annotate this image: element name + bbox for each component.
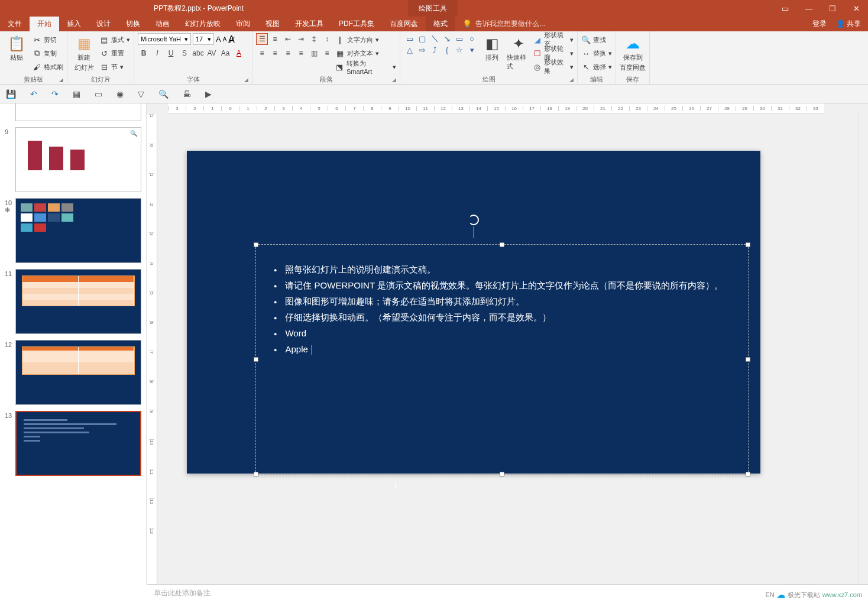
shape-star-icon[interactable]: ☆ <box>454 44 465 55</box>
tab-insert[interactable]: 插入 <box>59 17 89 31</box>
line-spacing-button[interactable]: ‡ <box>308 33 320 45</box>
resize-handle-w[interactable] <box>254 357 258 362</box>
find-button[interactable]: 🔍查找 <box>581 33 612 46</box>
shape-arrow-icon[interactable]: ↘ <box>441 33 453 44</box>
resize-handle-s[interactable] <box>500 472 504 476</box>
tell-me-search[interactable]: 💡 告诉我您想要做什么... <box>462 19 545 29</box>
shape-rect2-icon[interactable]: ▭ <box>454 33 465 44</box>
paste-button[interactable]: 📋 粘贴 <box>4 33 30 62</box>
tab-view[interactable]: 视图 <box>258 17 287 31</box>
shape-triangle-icon[interactable]: △ <box>404 44 416 55</box>
clear-formatting-icon[interactable]: A̷ <box>228 34 235 45</box>
tab-pdf[interactable]: PDF工具集 <box>331 17 382 31</box>
resize-handle-n[interactable] <box>500 242 504 247</box>
new-slide-button[interactable]: ▦ 新建 幻灯片 <box>71 33 97 72</box>
save-icon[interactable]: 💾 <box>6 89 16 99</box>
resize-handle-se[interactable] <box>746 472 750 476</box>
qat-icon-5[interactable]: 🔍 <box>158 89 169 99</box>
layout-button[interactable]: ▤版式 ▾ <box>99 33 130 46</box>
slide-thumbnail-10[interactable] <box>15 198 141 263</box>
notes-pane[interactable]: 单击此处添加备注 <box>147 584 868 603</box>
bullet-item[interactable]: Word <box>274 325 730 341</box>
cut-button[interactable]: ✂剪切 <box>32 33 63 46</box>
slide-thumbnail-12[interactable] <box>15 340 141 405</box>
sort-icon[interactable]: ↕ <box>321 33 333 45</box>
save-to-baidu-button[interactable]: ☁ 保存到 百度网盘 <box>620 33 646 72</box>
tab-design[interactable]: 设计 <box>89 17 118 31</box>
text-direction-button[interactable]: ‖文字方向 ▾ <box>335 33 396 46</box>
strikethrough-button[interactable]: S <box>179 47 190 59</box>
resize-handle-ne[interactable] <box>746 242 750 247</box>
replace-button[interactable]: ↔替换 ▾ <box>581 47 612 60</box>
font-color-button[interactable]: A <box>233 47 245 59</box>
decrease-indent-button[interactable]: ⇤ <box>282 33 294 45</box>
distributed-button[interactable]: ≡ <box>321 47 333 59</box>
section-button[interactable]: ⊟节 ▾ <box>99 60 130 73</box>
columns-button[interactable]: ▥ <box>308 47 320 59</box>
current-slide[interactable]: 照每张幻灯片上的说明创建演示文稿。 请记住 POWERPOINT 是演示文稿的视… <box>187 151 760 474</box>
copy-button[interactable]: ⧉复制 <box>32 47 63 60</box>
horizontal-ruler[interactable]: 3210 1234 5678 9101112 13141516 17181920… <box>168 103 824 114</box>
increase-indent-button[interactable]: ⇥ <box>295 33 307 45</box>
bullet-item[interactable]: 请记住 POWERPOINT 是演示文稿的视觉效果。每张幻灯片上的文字仅作为论点… <box>274 277 730 293</box>
align-center-button[interactable]: ≡ <box>269 47 281 59</box>
tab-animations[interactable]: 动画 <box>148 17 177 31</box>
maximize-button[interactable]: ☐ <box>821 0 844 17</box>
bullets-button[interactable]: ☰ <box>256 33 268 45</box>
undo-icon[interactable]: ↶ <box>30 89 37 99</box>
shape-arrow2-icon[interactable]: ⇨ <box>416 44 428 55</box>
shape-line-icon[interactable]: ＼ <box>429 33 441 44</box>
paragraph-dialog-launcher[interactable]: ◢ <box>392 76 396 84</box>
tab-file[interactable]: 文件 <box>0 17 30 31</box>
shape-brace-icon[interactable]: { <box>441 44 453 55</box>
minimize-button[interactable]: — <box>797 0 821 17</box>
content-textbox[interactable]: 照每张幻灯片上的说明创建演示文稿。 请记住 POWERPOINT 是演示文稿的视… <box>255 244 749 475</box>
close-button[interactable]: ✕ <box>844 0 868 17</box>
tab-home[interactable]: 开始 <box>30 17 59 31</box>
format-painter-button[interactable]: 🖌格式刷 <box>32 60 63 73</box>
qat-icon-6[interactable]: 🖶 <box>183 89 191 99</box>
drawing-dialog-launcher[interactable]: ◢ <box>569 76 574 84</box>
align-left-button[interactable]: ≡ <box>256 47 268 59</box>
vertical-ruler[interactable]: 1012 3456 78910 111213 <box>147 114 157 584</box>
increase-font-icon[interactable]: A <box>216 35 221 44</box>
font-name-combo[interactable]: Microsoft YaH▾ <box>138 33 191 45</box>
font-dialog-launcher[interactable]: ◢ <box>244 76 248 84</box>
ribbon-display-options-icon[interactable]: ▭ <box>773 0 797 17</box>
slide-thumbnail-13[interactable] <box>15 411 141 476</box>
tab-developer[interactable]: 开发工具 <box>287 17 331 31</box>
shape-oval-icon[interactable]: ○ <box>466 33 478 44</box>
font-size-combo[interactable]: 17▾ <box>193 33 214 45</box>
tab-review[interactable]: 审阅 <box>228 17 258 31</box>
vertical-scrollbar[interactable] <box>859 114 868 584</box>
align-right-button[interactable]: ≡ <box>282 47 294 59</box>
login-link[interactable]: 登录 <box>812 19 827 29</box>
slide-thumbnail-8[interactable] <box>15 103 141 121</box>
convert-smartart-button[interactable]: ⬔转换为 SmartArt ▾ <box>335 60 396 73</box>
bullet-item[interactable]: 图像和图形可增加趣味；请务必在适当时将其添加到幻灯片。 <box>274 293 730 309</box>
italic-button[interactable]: I <box>151 47 163 59</box>
share-button[interactable]: 👤 共享 <box>836 19 861 29</box>
bold-button[interactable]: B <box>138 47 150 59</box>
resize-handle-e[interactable] <box>746 357 750 362</box>
select-button[interactable]: ↖选择 ▾ <box>581 60 612 73</box>
numbering-button[interactable]: ≡ <box>269 33 281 45</box>
reset-button[interactable]: ↺重置 <box>99 47 130 60</box>
bullet-item[interactable]: 仔细选择切换和动画。（希望受众如何专注于内容，而不是效果。） <box>274 309 730 325</box>
justify-button[interactable]: ≡ <box>295 47 307 59</box>
tab-baidu[interactable]: 百度网盘 <box>382 17 426 31</box>
align-text-button[interactable]: ▦对齐文本 ▾ <box>335 47 396 60</box>
qat-icon-1[interactable]: ▦ <box>73 89 80 99</box>
bullet-item[interactable]: Apple <box>274 341 730 357</box>
tab-slideshow[interactable]: 幻灯片放映 <box>177 17 228 31</box>
underline-button[interactable]: U <box>165 47 177 59</box>
rotate-handle[interactable] <box>468 215 479 225</box>
bullet-item[interactable]: 照每张幻灯片上的说明创建演示文稿。 <box>274 261 730 277</box>
shape-more-icon[interactable]: ▾ <box>466 44 478 55</box>
slide-thumbnail-9[interactable]: 🔍 <box>15 127 141 192</box>
char-spacing-button[interactable]: AV <box>206 47 218 59</box>
decrease-font-icon[interactable]: A <box>223 36 227 43</box>
change-case-button[interactable]: Aa <box>219 47 231 59</box>
slide-thumbnail-11[interactable] <box>15 269 141 334</box>
tab-transitions[interactable]: 切换 <box>118 17 148 31</box>
